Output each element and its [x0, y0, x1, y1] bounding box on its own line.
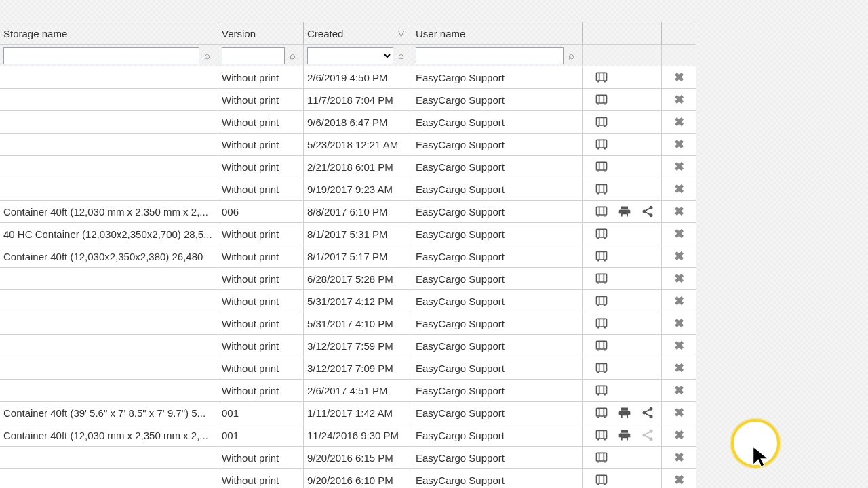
cargo-icon[interactable]	[595, 451, 608, 464]
svg-point-37	[650, 214, 653, 217]
cargo-icon[interactable]	[595, 160, 608, 174]
filter-icon[interactable]: ⌕	[204, 45, 214, 66]
cargo-icon[interactable]	[595, 227, 608, 241]
table-row[interactable]: 40 HC Container (12,030x2,350x2,700) 28,…	[0, 223, 696, 245]
delete-icon[interactable]	[674, 469, 684, 488]
delete-icon[interactable]	[674, 89, 684, 110]
delete-icon[interactable]	[674, 447, 684, 468]
cargo-icon[interactable]	[595, 205, 608, 218]
table-row[interactable]: Without print3/12/2017 7:59 PMEasyCargo …	[0, 335, 696, 357]
cargo-icon[interactable]	[595, 473, 608, 487]
delete-icon[interactable]	[674, 178, 684, 200]
print-icon[interactable]	[618, 205, 631, 218]
delete-icon[interactable]	[674, 66, 684, 88]
delete-icon[interactable]	[674, 357, 684, 379]
share-icon[interactable]	[641, 428, 654, 442]
delete-icon[interactable]	[674, 156, 684, 178]
delete-icon[interactable]	[674, 402, 684, 424]
cell-created: 3/12/2017 7:59 PM	[304, 335, 412, 357]
table-row[interactable]: Without print2/6/2019 4:50 PMEasyCargo S…	[0, 66, 696, 89]
table-row[interactable]: Without print9/20/2016 6:15 PMEasyCargo …	[0, 447, 696, 469]
filter-icon[interactable]: ⌕	[398, 45, 408, 66]
svg-rect-19	[604, 148, 606, 150]
cargo-icon[interactable]	[595, 384, 608, 397]
filter-input-storage[interactable]	[3, 47, 199, 64]
svg-point-97	[650, 437, 653, 441]
filter-input-user[interactable]	[416, 47, 564, 64]
table-row[interactable]: Container 40ft (12,030x2,350x2,380) 26,4…	[0, 245, 696, 268]
table-row[interactable]: Without print3/12/2017 7:09 PMEasyCargo …	[0, 357, 696, 380]
filter-input-version[interactable]	[222, 47, 285, 64]
delete-icon[interactable]	[674, 312, 684, 334]
cargo-icon[interactable]	[595, 406, 608, 420]
table-row[interactable]: Without print9/6/2018 6:47 PMEasyCargo S…	[0, 111, 696, 134]
table-row[interactable]: Without print5/31/2017 4:10 PMEasyCargo …	[0, 312, 696, 335]
cell-created: 8/8/2017 6:10 PM	[304, 201, 412, 222]
svg-rect-5	[597, 95, 607, 103]
cell-delete	[662, 201, 696, 222]
cell-version: Without print	[218, 111, 304, 133]
table-row[interactable]: Container 40ft (12,030 mm x 2,350 mm x 2…	[0, 424, 696, 447]
table-row[interactable]: Without print5/31/2017 4:12 PMEasyCargo …	[0, 290, 696, 312]
share-icon[interactable]	[641, 406, 654, 420]
col-header-actions	[583, 22, 662, 44]
cell-storage	[0, 66, 218, 88]
cargo-icon[interactable]	[595, 70, 608, 84]
delete-icon[interactable]	[674, 268, 684, 289]
delete-icon[interactable]	[674, 335, 684, 357]
cargo-icon[interactable]	[595, 115, 608, 129]
cargo-icon[interactable]	[595, 272, 608, 285]
filter-icon[interactable]: ⌕	[568, 45, 578, 66]
cell-delete	[662, 312, 696, 334]
cargo-icon[interactable]	[595, 249, 608, 263]
col-header-user[interactable]: User name	[412, 22, 583, 44]
delete-icon[interactable]	[674, 245, 684, 267]
delete-icon[interactable]	[674, 290, 684, 312]
cell-version: Without print	[218, 380, 304, 401]
col-header-storage[interactable]: Storage name	[0, 22, 218, 44]
table-row[interactable]: Container 40ft (12,030 mm x 2,350 mm x 2…	[0, 201, 696, 223]
cell-created: 1/11/2017 1:42 AM	[304, 402, 412, 424]
table-row[interactable]: Without print11/7/2018 7:04 PMEasyCargo …	[0, 89, 696, 111]
delete-icon[interactable]	[674, 201, 684, 222]
svg-rect-75	[597, 386, 607, 394]
cell-delete	[662, 89, 696, 110]
share-icon[interactable]	[641, 205, 654, 218]
cell-storage	[0, 447, 218, 468]
cargo-icon[interactable]	[595, 294, 608, 308]
svg-line-89	[646, 413, 650, 415]
col-header-created[interactable]: Created ▽	[304, 22, 412, 44]
cell-created: 2/6/2017 4:51 PM	[304, 380, 412, 401]
cargo-icon[interactable]	[595, 428, 608, 442]
delete-icon[interactable]	[674, 380, 684, 401]
table-row[interactable]: Without print6/28/2017 5:28 PMEasyCargo …	[0, 268, 696, 290]
delete-icon[interactable]	[674, 111, 684, 133]
print-icon[interactable]	[618, 406, 631, 420]
svg-rect-29	[604, 193, 606, 195]
table-row[interactable]: Without print5/23/2018 12:21 AMEasyCargo…	[0, 134, 696, 156]
col-header-version[interactable]: Version	[218, 22, 304, 44]
cell-created: 2/21/2018 6:01 PM	[304, 156, 412, 178]
print-icon[interactable]	[618, 428, 631, 442]
cargo-icon[interactable]	[595, 317, 608, 330]
delete-icon[interactable]	[674, 223, 684, 245]
table-row[interactable]: Without print9/19/2017 9:23 AMEasyCargo …	[0, 178, 696, 201]
table-row[interactable]: Without print2/21/2018 6:01 PMEasyCargo …	[0, 156, 696, 178]
cell-delete	[662, 134, 696, 155]
cell-storage: 40 HC Container (12,030x2,350x2,700) 28,…	[0, 223, 218, 245]
filter-icon[interactable]: ⌕	[290, 45, 299, 66]
table-row[interactable]: Container 40ft (39' 5.6" x 7' 8.5" x 7' …	[0, 402, 696, 424]
delete-icon[interactable]	[674, 424, 684, 446]
cargo-icon[interactable]	[595, 182, 608, 196]
filter-select-created[interactable]	[307, 47, 393, 64]
cell-actions	[583, 111, 662, 133]
table-row[interactable]: Without print2/6/2017 4:51 PMEasyCargo S…	[0, 380, 696, 402]
table-row[interactable]: Without print9/20/2016 6:10 PMEasyCargo …	[0, 469, 696, 488]
cargo-icon[interactable]	[595, 339, 608, 352]
cargo-icon[interactable]	[595, 361, 608, 375]
delete-icon[interactable]	[674, 134, 684, 155]
cargo-icon[interactable]	[595, 138, 608, 151]
cargo-icon[interactable]	[595, 93, 608, 106]
cell-actions	[583, 335, 662, 357]
grid-filter-row: ⌕ ⌕ ⌕ ⌕	[0, 45, 696, 66]
